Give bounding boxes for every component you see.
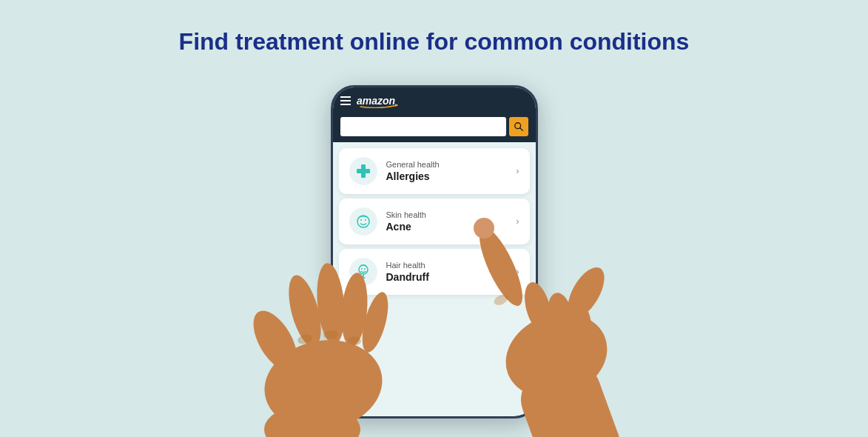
svg-point-28: [545, 291, 576, 339]
general-health-icon-container: [349, 157, 377, 185]
hair-health-text: Hair health Dandruff: [386, 261, 508, 283]
search-icon: [514, 121, 524, 132]
scene: amazon: [0, 0, 868, 437]
face-icon: [354, 213, 372, 230]
svg-text:amazon: amazon: [357, 95, 395, 107]
cross-icon: [354, 162, 372, 180]
svg-point-20: [296, 333, 312, 346]
hair-health-chevron-icon: ›: [517, 267, 519, 277]
phone-device: amazon: [331, 85, 538, 418]
cards-list: General health Allergies ›: [333, 142, 536, 301]
svg-point-14: [282, 272, 327, 350]
general-health-card[interactable]: General health Allergies ›: [339, 148, 530, 194]
general-health-category: General health: [386, 160, 508, 169]
search-button[interactable]: [509, 117, 528, 136]
skin-health-title: Acne: [386, 221, 508, 233]
svg-line-2: [519, 128, 522, 131]
skin-health-category: Skin health: [386, 210, 508, 219]
svg-point-9: [361, 268, 363, 270]
skin-health-icon-container: [349, 207, 377, 236]
page-title: Find treatment online for common conditi…: [179, 28, 690, 56]
hair-health-icon-container: [349, 258, 377, 286]
amazon-logo-icon: amazon: [357, 93, 401, 108]
svg-point-10: [364, 268, 366, 270]
general-health-chevron-icon: ›: [517, 166, 519, 176]
hair-health-category: Hair health: [386, 261, 508, 270]
hair-health-title: Dandruff: [386, 271, 508, 283]
skin-health-text: Skin health Acne: [386, 210, 508, 233]
svg-point-6: [360, 219, 362, 221]
brush-icon: [354, 263, 372, 281]
phone-screen: amazon: [333, 87, 536, 416]
svg-point-29: [568, 303, 593, 346]
general-health-title: Allergies: [386, 170, 508, 182]
skin-health-chevron-icon: ›: [517, 216, 519, 227]
general-health-text: General health Allergies: [386, 160, 508, 182]
skin-health-card[interactable]: Skin health Acne ›: [339, 199, 530, 244]
search-bar: [333, 114, 536, 142]
hair-health-card[interactable]: Hair health Dandruff ›: [339, 249, 530, 295]
search-input[interactable]: [340, 117, 506, 136]
svg-point-30: [560, 261, 611, 324]
svg-rect-19: [272, 422, 360, 437]
hamburger-icon[interactable]: [340, 96, 351, 105]
svg-point-7: [365, 219, 366, 221]
amazon-header: amazon: [333, 87, 536, 114]
svg-point-13: [244, 304, 306, 378]
svg-rect-4: [357, 169, 370, 173]
